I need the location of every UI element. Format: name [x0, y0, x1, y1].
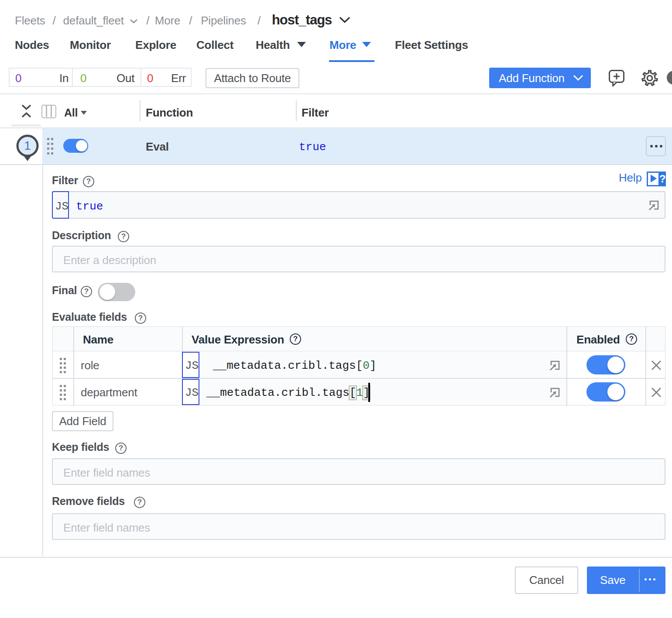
svg-text:1: 1	[24, 139, 31, 152]
